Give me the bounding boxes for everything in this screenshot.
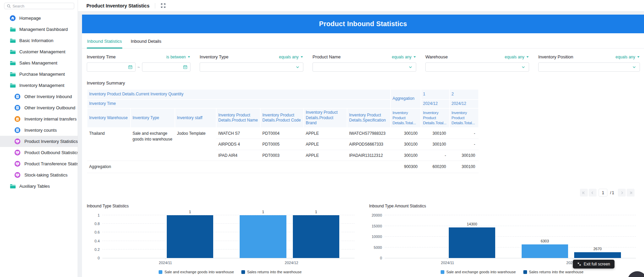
filter-operator-label: equals any [279, 55, 299, 59]
doc-icon [15, 127, 20, 133]
sidebar-item-auxiliary-tables[interactable]: Auxiliary Tables [0, 181, 78, 192]
fullscreen-expand-icon[interactable] [161, 3, 166, 8]
date-input-from[interactable] [87, 62, 136, 72]
clipboard-icon [15, 116, 20, 122]
sidebar-item-management-dashboard[interactable]: Management Dashboard [0, 24, 78, 35]
caret-down-icon [187, 55, 190, 58]
sidebar-search[interactable] [4, 3, 74, 9]
y-axis-tick-label: 0.8 [87, 222, 100, 226]
legend-swatch [241, 270, 245, 274]
filter-operator-dropdown[interactable]: equals any [392, 55, 416, 59]
x-axis-label: 2024/12 [285, 261, 298, 265]
filter-operator-label: equals any [505, 55, 524, 59]
sidebar-item-product-inventory-statistics[interactable]: Product Inventory Statistics [0, 136, 78, 147]
folder-icon [10, 38, 16, 43]
chart-title: Inbound Type Amount Statistics [369, 204, 639, 208]
bar-sale-and-exchange-goods-into-warehouse-2024-12 [240, 215, 286, 258]
x-axis-labels: 2024/112024/12 [102, 261, 355, 266]
select-product-name[interactable] [313, 62, 416, 72]
prev-page-button[interactable] [589, 189, 597, 197]
legend-label: Sales returns into the warehouse [247, 270, 302, 274]
sidebar-item-label: Inventory Management [19, 83, 64, 88]
sidebar-item-homepage[interactable]: Homepage [0, 13, 78, 24]
sidebar-item-stock-taking-statistics[interactable]: Stock-taking Statistics [0, 169, 78, 181]
exit-fullscreen-button[interactable]: Exit full screen [573, 260, 615, 269]
legend-item-sales-returns-into-the-warehouse[interactable]: Sales returns into the warehouse [523, 270, 584, 274]
sidebar-item-label: Basic Information [19, 38, 53, 43]
sidebar-item-customer-management[interactable]: Customer Management [0, 46, 78, 57]
tab-inbound-statistics[interactable]: Inbound Statistics [87, 39, 122, 48]
first-page-button[interactable] [580, 189, 588, 197]
select-inventory-type[interactable] [200, 62, 303, 72]
x-axis-tick [447, 258, 448, 259]
legend-item-sale-and-exchange-goods-into-warehouse[interactable]: Sale and exchange goods into warehouse [159, 270, 234, 274]
x-axis-tick [291, 258, 292, 259]
cell-inventory-staff: Jodoo Template [175, 128, 216, 161]
column-header-total: Inventory Product Details.Total... [449, 108, 479, 128]
sidebar-item-purchase-management[interactable]: Purchase Management [0, 69, 78, 80]
last-icon [629, 191, 633, 195]
sidebar-item-label: Other Inventory Outbound [24, 105, 75, 110]
filter-operator-dropdown[interactable]: equals any [616, 55, 640, 59]
filter-input-row [313, 62, 416, 72]
search-input[interactable] [13, 4, 72, 8]
pagination: 1/1 [82, 173, 644, 197]
filter-input-row: ~ [87, 62, 190, 72]
filter-inventory-type: Inventory Typeequals any [200, 54, 303, 72]
sidebar-item-label: Sales Management [19, 60, 57, 66]
folder-icon [10, 27, 16, 32]
legend-item-sale-and-exchange-goods-into-warehouse[interactable]: Sale and exchange goods into warehouse [441, 270, 516, 274]
column-header-inventory-staff: Inventory staff [175, 108, 216, 128]
filter-head: Product Nameequals any [313, 54, 416, 59]
caret-down-icon [637, 55, 640, 58]
monitor-icon [15, 138, 20, 144]
select-inventory-position[interactable] [538, 62, 640, 72]
cell-period2-qty: - [449, 128, 479, 139]
gridline [385, 215, 636, 215]
sidebar-item-other-inventory-outbound[interactable]: Other Inventory Outbound [0, 102, 78, 113]
cell-product-name: IPAD AIR4 [216, 150, 260, 161]
current-page-input[interactable]: 1 [599, 189, 607, 197]
sidebar-item-basic-information[interactable]: Basic Information [0, 35, 78, 46]
sidebar-item-product-outbound-statistics[interactable]: Product Outbound Statistics [0, 147, 78, 158]
next-page-button[interactable] [618, 189, 626, 197]
select-warehouse[interactable] [425, 62, 529, 72]
bar-sales-returns-into-the-warehouse-2024-11 [167, 215, 214, 258]
sidebar-item-inventory-management[interactable]: Inventory Management [0, 80, 78, 91]
monitor-icon [15, 172, 20, 178]
cell-product-brand: APPLE [304, 139, 347, 150]
sidebar-item-sales-management[interactable]: Sales Management [0, 57, 78, 69]
sidebar-item-inventory-counts[interactable]: Inventory counts [0, 125, 78, 136]
tab-bar: Inbound StatisticsInbound Details [82, 33, 644, 49]
tab-inbound-details[interactable]: Inbound Details [130, 39, 162, 48]
topbar: Product Inventory Statistics [78, 0, 644, 12]
header-current-inventory-quantity: Inventory Product Details.Current Invent… [87, 89, 390, 99]
date-input-to[interactable] [142, 62, 191, 72]
chart-plot-area: 00.20.40.60.81111 [102, 215, 355, 258]
y-axis-tick-label: 0 [369, 256, 382, 260]
folder-icon [10, 72, 16, 77]
filter-warehouse: Warehouseequals any [425, 54, 529, 72]
filter-operator-dropdown[interactable]: is between [166, 55, 190, 59]
cell-aggregation-qty: 300100 [390, 139, 421, 150]
filter-operator-dropdown[interactable]: equals any [505, 55, 529, 59]
sidebar-item-label: Product Outbound Statistics [24, 150, 78, 155]
aggregation-row: Aggregation900300600200300100 [87, 161, 479, 173]
caret-down-icon [526, 55, 529, 58]
header-period-index: 2 [449, 89, 479, 99]
filter-operator-dropdown[interactable]: equals any [279, 55, 303, 59]
sidebar-item-product-transference-statistics[interactable]: Product Transference Statistics [0, 158, 78, 169]
cell-period1-qty: - [421, 150, 449, 161]
sidebar-item-inventory-internal-transfers[interactable]: Inventory internal transfers [0, 113, 78, 125]
legend-label: Sales returns into the warehouse [529, 270, 584, 274]
bar-value-label: 1 [189, 210, 191, 214]
filter-head: Inventory Timeis between [87, 54, 190, 59]
sidebar-item-other-inventory-inbound[interactable]: Other Inventory Inbound [0, 91, 78, 102]
last-page-button[interactable] [627, 189, 635, 197]
filter-label: Inventory Type [200, 54, 228, 59]
filter-head: Warehouseequals any [425, 54, 529, 59]
report-banner-title: Product Inbound Statistics [82, 15, 644, 33]
column-header-inventory-product-details-product-code: Inventory Product Details.Product Code [260, 108, 304, 128]
bar-sales-returns-into-the-warehouse-2024-11 [449, 227, 495, 258]
legend-item-sales-returns-into-the-warehouse[interactable]: Sales returns into the warehouse [241, 270, 302, 274]
